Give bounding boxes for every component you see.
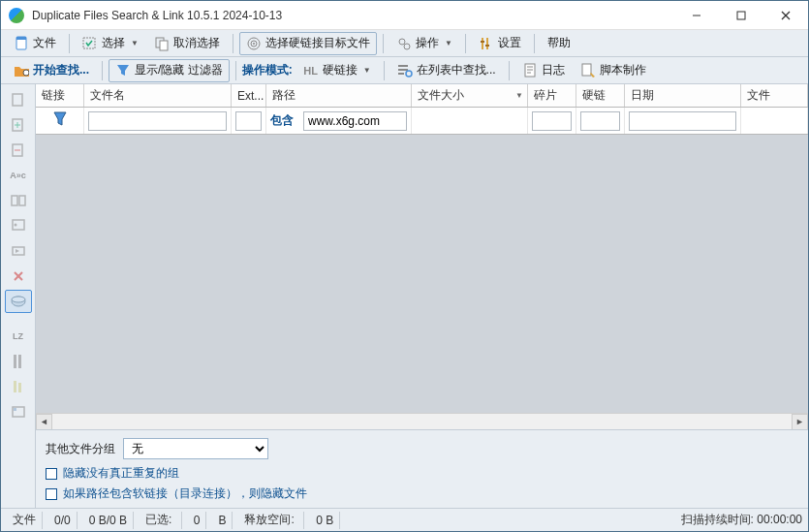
horizontal-scrollbar[interactable]: ◄ ►: [36, 413, 808, 429]
col-date[interactable]: 日期: [625, 84, 741, 107]
start-search-button[interactable]: 开始查找...: [7, 59, 96, 82]
toolbar-secondary: 开始查找... 显示/隐藏 过滤器 操作模式: HL 硬链接▼ 在列表中查找..…: [1, 57, 808, 84]
hide-softlink-checkbox[interactable]: 如果路径包含软链接（目录连接），则隐藏文件: [46, 485, 798, 502]
titlebar: Duplicate Files Search & Link 10.5.1 202…: [1, 1, 808, 30]
svg-point-12: [399, 39, 405, 45]
help-button[interactable]: 帮助: [541, 32, 577, 55]
col-ext[interactable]: Ext...: [232, 84, 266, 107]
status-counts: 0/0: [48, 512, 78, 529]
select-menu[interactable]: 选择▼: [76, 32, 145, 55]
scroll-left-icon[interactable]: ◄: [36, 414, 52, 430]
help-label: 帮助: [547, 35, 571, 51]
status-b: B: [212, 512, 233, 529]
separator: [383, 34, 384, 53]
sidebar-btn-8[interactable]: [5, 265, 32, 288]
bottom-panel: 其他文件分组 无 隐藏没有真正重复的组 如果路径包含软链接（目录连接），则隐藏文…: [36, 429, 808, 508]
scroll-right-icon[interactable]: ►: [792, 414, 808, 430]
status-free-space: 释放空间:: [238, 512, 304, 529]
filter-ext-input[interactable]: [235, 111, 262, 131]
hardlink-icon: HL: [303, 63, 319, 78]
filter-path-input[interactable]: [303, 111, 407, 131]
toggle-filter-button[interactable]: 显示/隐藏 过滤器: [109, 59, 230, 82]
filter-fragment[interactable]: [528, 108, 576, 134]
svg-rect-45: [14, 381, 16, 392]
find-in-list-button[interactable]: 在列表中查找...: [390, 59, 503, 82]
status-selected-count: 0: [188, 512, 207, 529]
sidebar-btn-12[interactable]: [5, 375, 32, 398]
filter-date-input[interactable]: [629, 111, 736, 131]
filter-hardlink-input[interactable]: [580, 111, 620, 131]
svg-point-18: [23, 70, 29, 76]
sidebar-btn-2[interactable]: [5, 113, 32, 137]
operate-menu[interactable]: 操作▼: [389, 32, 459, 55]
separator: [534, 34, 535, 53]
hide-no-dup-checkbox[interactable]: 隐藏没有真正重复的组: [46, 465, 798, 482]
sidebar-btn-lz[interactable]: LZ: [5, 325, 32, 348]
sidebar-btn-abc[interactable]: A»c: [5, 164, 32, 187]
filter-file: [741, 108, 808, 134]
status-files-label: 文件: [7, 512, 43, 529]
filter-ext[interactable]: [232, 108, 266, 134]
svg-rect-8: [160, 41, 168, 50]
svg-rect-20: [398, 69, 408, 71]
settings-icon: [479, 36, 494, 51]
close-button[interactable]: [763, 1, 808, 30]
choose-hardlink-label: 选择硬链接目标文件: [265, 35, 370, 51]
sidebar-btn-3[interactable]: [5, 139, 32, 162]
sidebar-btn-6[interactable]: [5, 214, 32, 237]
toggle-filter-label: 显示/隐藏 过滤器: [135, 62, 223, 78]
log-button[interactable]: 日志: [515, 59, 572, 82]
svg-rect-17: [485, 45, 489, 47]
deselect-menu[interactable]: 取消选择: [147, 32, 227, 55]
filter-hardlink[interactable]: [576, 108, 625, 134]
svg-rect-28: [13, 94, 22, 106]
filter-path: 包含: [266, 108, 412, 134]
group-select[interactable]: 无: [123, 438, 268, 459]
filter-filename[interactable]: [84, 108, 232, 134]
maximize-button[interactable]: [719, 1, 763, 30]
col-link[interactable]: 链接: [36, 84, 84, 107]
col-filename[interactable]: 文件名: [84, 84, 232, 107]
deselect-icon: [154, 36, 170, 51]
sidebar-btn-7[interactable]: [5, 239, 32, 263]
funnel-icon: [52, 110, 68, 131]
svg-point-37: [14, 224, 16, 227]
svg-point-11: [253, 43, 255, 45]
svg-rect-6: [83, 38, 95, 48]
script-make-button[interactable]: 脚本制作: [574, 59, 653, 82]
svg-rect-5: [16, 37, 26, 40]
operate-label: 操作: [416, 35, 439, 51]
sidebar-btn-1[interactable]: [5, 88, 32, 111]
filter-date[interactable]: [625, 108, 741, 134]
sidebar-btn-13[interactable]: [5, 400, 32, 423]
group-label: 其他文件分组: [46, 441, 115, 457]
col-fragment[interactable]: 碎片: [528, 84, 576, 107]
filter-size: [412, 108, 528, 134]
settings-button[interactable]: 设置: [472, 32, 528, 55]
sidebar-btn-11[interactable]: [5, 350, 32, 373]
operate-icon: [396, 36, 412, 51]
col-hardlink[interactable]: 硬链: [576, 84, 625, 107]
deselect-label: 取消选择: [173, 35, 220, 51]
hide-softlink-label: 如果路径包含软链接（目录连接），则隐藏文件: [63, 485, 307, 502]
select-label: 选择: [102, 35, 125, 51]
separator: [233, 34, 233, 53]
script-icon: [580, 63, 596, 78]
col-file[interactable]: 文件: [741, 84, 808, 107]
filter-fragment-input[interactable]: [532, 111, 572, 131]
choose-hardlink-target-button[interactable]: 选择硬链接目标文件: [239, 32, 377, 55]
sidebar-btn-5[interactable]: [5, 189, 32, 212]
funnel-icon: [115, 63, 131, 78]
minimize-button[interactable]: [674, 1, 719, 30]
sidebar-btn-active[interactable]: [5, 290, 32, 313]
grid-filter-row: 包含: [36, 108, 808, 135]
svg-point-22: [406, 71, 412, 77]
sort-indicator-icon: ▼: [515, 91, 523, 100]
filter-filename-input[interactable]: [88, 111, 227, 131]
file-menu[interactable]: 文件: [7, 32, 63, 55]
col-size[interactable]: 文件大小▼: [412, 84, 528, 107]
col-path[interactable]: 路径: [266, 84, 412, 107]
hardlink-mode-button[interactable]: HL 硬链接▼: [296, 59, 378, 82]
grid-body[interactable]: [36, 135, 808, 413]
svg-point-42: [12, 297, 25, 302]
